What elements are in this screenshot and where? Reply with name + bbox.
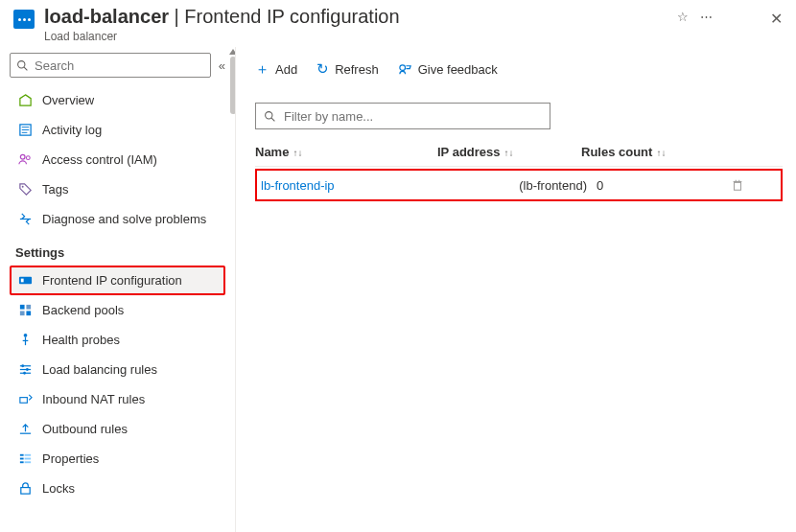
collapse-sidebar-icon[interactable]: « <box>219 58 225 73</box>
col-header-ip[interactable]: IP address↑↓ <box>437 145 581 159</box>
feedback-icon <box>398 62 412 77</box>
svg-point-8 <box>21 186 23 188</box>
resource-name: load-balancer <box>44 6 169 27</box>
locks-icon <box>17 481 33 497</box>
svg-line-1 <box>24 67 27 70</box>
close-icon[interactable]: ✕ <box>770 10 783 28</box>
col-header-rules[interactable]: Rules count↑↓ <box>581 145 715 159</box>
svg-rect-37 <box>735 182 741 190</box>
sidebar-item-label: Tags <box>42 182 68 197</box>
activity-icon <box>17 123 33 138</box>
sort-icon: ↑↓ <box>656 148 666 158</box>
filter-input[interactable] <box>282 108 542 125</box>
sidebar-item-label: Load balancing rules <box>42 362 157 377</box>
resource-type: Load balancer <box>44 30 677 43</box>
svg-rect-31 <box>19 461 23 463</box>
refresh-icon: ↻ <box>316 60 329 78</box>
sidebar-item-lbrules[interactable]: Load balancing rules <box>10 355 225 384</box>
feedback-label: Give feedback <box>418 62 498 77</box>
properties-icon <box>17 451 33 467</box>
svg-point-16 <box>23 334 27 337</box>
toolbar: ＋ Add ↻ Refresh Give feedback <box>255 53 783 85</box>
row-ip: (lb-frontend) <box>443 178 597 193</box>
refresh-button[interactable]: ↻ Refresh <box>316 60 379 78</box>
frontendip-icon <box>17 273 33 289</box>
svg-point-35 <box>266 111 272 118</box>
sidebar-item-label: Activity log <box>42 123 102 137</box>
svg-point-22 <box>21 364 24 367</box>
frontend-ip-table: Name↑↓ IP address↑↓ Rules count↑↓ lb-fro… <box>255 137 783 201</box>
sidebar-item-label: Properties <box>42 451 99 466</box>
sidebar-item-activity[interactable]: Activity log <box>10 115 225 145</box>
svg-rect-33 <box>20 488 29 495</box>
sidebar: « OverviewActivity logAccess control (IA… <box>0 47 236 532</box>
svg-rect-30 <box>24 458 31 460</box>
sidebar-item-diagnose[interactable]: Diagnose and solve problems <box>10 204 225 234</box>
scroll-up-icon[interactable] <box>229 49 236 55</box>
delete-icon[interactable] <box>731 178 775 192</box>
diagnose-icon <box>17 212 33 227</box>
svg-rect-11 <box>20 279 23 283</box>
svg-rect-28 <box>24 454 31 456</box>
row-name-link[interactable]: lb-frontend-ip <box>257 178 443 193</box>
svg-rect-14 <box>19 311 24 315</box>
sort-icon: ↑↓ <box>293 148 302 158</box>
sidebar-item-frontendip[interactable]: Frontend IP configuration <box>10 266 225 295</box>
svg-point-23 <box>25 368 28 371</box>
sidebar-item-inbound[interactable]: Inbound NAT rules <box>10 384 225 414</box>
sidebar-item-iam[interactable]: Access control (IAM) <box>10 145 225 174</box>
outbound-icon <box>17 422 33 437</box>
overview-icon <box>17 93 33 108</box>
lbrules-icon <box>17 362 33 378</box>
refresh-label: Refresh <box>335 62 379 77</box>
sidebar-search-input[interactable] <box>33 58 204 74</box>
main-content: ＋ Add ↻ Refresh Give feedback <box>236 47 796 532</box>
sidebar-item-overview[interactable]: Overview <box>10 85 225 115</box>
sidebar-search[interactable] <box>10 53 211 78</box>
more-icon[interactable]: ⋯ <box>700 10 713 24</box>
filter-box[interactable] <box>255 103 550 129</box>
sidebar-item-label: Health probes <box>42 333 120 347</box>
sidebar-item-label: Diagnose and solve problems <box>42 212 206 226</box>
svg-rect-13 <box>26 305 31 310</box>
sidebar-item-properties[interactable]: Properties <box>10 444 225 474</box>
page-header: load-balancer | Frontend IP configuratio… <box>0 0 796 47</box>
sidebar-item-health[interactable]: Health probes <box>10 325 225 355</box>
sidebar-item-label: Outbound rules <box>42 422 128 436</box>
sidebar-item-locks[interactable]: Locks <box>10 474 225 503</box>
svg-point-7 <box>26 156 30 160</box>
col-header-name[interactable]: Name↑↓ <box>255 145 437 159</box>
table-header: Name↑↓ IP address↑↓ Rules count↑↓ <box>255 137 783 167</box>
favorite-star-icon[interactable]: ☆ <box>677 10 689 24</box>
inbound-icon <box>17 392 33 407</box>
search-icon <box>264 110 276 123</box>
sidebar-item-tags[interactable]: Tags <box>10 174 225 204</box>
svg-rect-12 <box>19 305 24 310</box>
sidebar-item-label: Inbound NAT rules <box>42 392 145 406</box>
svg-line-36 <box>271 118 274 121</box>
sidebar-item-backend[interactable]: Backend pools <box>10 295 225 325</box>
sidebar-item-label: Backend pools <box>42 303 124 317</box>
svg-point-0 <box>18 60 25 67</box>
sidebar-item-outbound[interactable]: Outbound rules <box>10 414 225 444</box>
add-button[interactable]: ＋ Add <box>255 60 297 79</box>
backend-icon <box>17 303 33 318</box>
svg-rect-25 <box>19 398 27 404</box>
search-icon <box>16 59 29 72</box>
sort-icon: ↑↓ <box>504 148 514 158</box>
sidebar-section-settings: Settings <box>15 245 225 260</box>
page-name: Frontend IP configuration <box>184 6 399 27</box>
row-rules-count: 0 <box>597 178 731 193</box>
svg-rect-15 <box>26 311 31 315</box>
sidebar-item-label: Access control (IAM) <box>42 152 157 167</box>
sidebar-item-label: Locks <box>42 481 75 496</box>
iam-icon <box>17 152 33 168</box>
table-row: lb-frontend-ip(lb-frontend)0 <box>255 169 783 201</box>
svg-point-24 <box>23 372 26 375</box>
svg-rect-29 <box>19 458 23 460</box>
sidebar-scrollbar[interactable] <box>229 47 236 532</box>
svg-rect-32 <box>24 461 31 463</box>
feedback-button[interactable]: Give feedback <box>398 62 498 77</box>
svg-rect-27 <box>19 454 23 456</box>
add-label: Add <box>275 62 297 77</box>
